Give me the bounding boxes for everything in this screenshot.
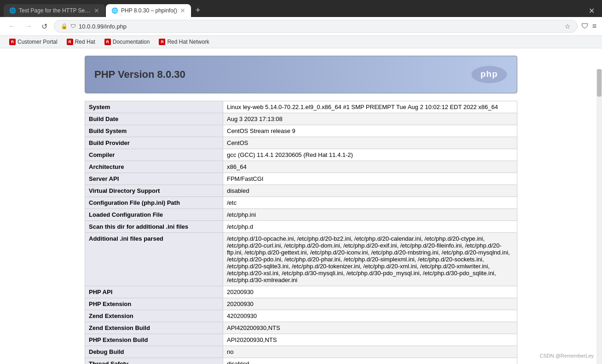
table-row: Compiler gcc (GCC) 11.4.1 20230605 (Red … (85, 149, 517, 161)
browser-tab-tab1[interactable]: 🌐 Test Page for the HTTP Serve ✕ (4, 4, 105, 17)
row-value-15: API420200930,NTS (223, 322, 517, 334)
table-row: PHP API 20200930 (85, 286, 517, 298)
row-key-13: PHP Extension (85, 298, 223, 310)
browser-icons: 🛡 ≡ (581, 22, 596, 30)
bookmarks-bar: R Customer Portal R Red Hat R Documentat… (0, 36, 602, 48)
table-row: Build Provider CentOS (85, 137, 517, 149)
table-row: Debug Build no (85, 346, 517, 358)
row-value-11: /etc/php.d/10-opcache.ini, /etc/php.d/20… (223, 233, 517, 286)
row-value-9: /etc/php.ini (223, 209, 517, 221)
table-row: Scan this dir for additional .ini files … (85, 221, 517, 233)
table-row: Thread Safety disabled (85, 358, 517, 364)
tab-favicon-tab2: 🌐 (111, 7, 118, 14)
row-value-3: CentOS (223, 137, 517, 149)
row-key-17: Debug Build (85, 346, 223, 358)
bookmark-label-bm2: Red Hat (75, 39, 95, 45)
php-version-title: PHP Version 8.0.30 (94, 69, 185, 81)
scrollbar-thumb[interactable] (597, 69, 602, 97)
tab-favicon-tab1: 🌐 (9, 7, 16, 14)
browser-tab-tab2[interactable]: 🌐 PHP 8.0.30 – phpinfo() ✕ (106, 4, 191, 17)
tab-label-tab2: PHP 8.0.30 – phpinfo() (121, 7, 177, 14)
row-key-3: Build Provider (85, 137, 223, 149)
row-value-7: disabled (223, 185, 517, 197)
row-key-7: Virtual Directory Support (85, 185, 223, 197)
tab-label-tab1: Test Page for the HTTP Serve (19, 7, 91, 14)
row-key-12: PHP API (85, 286, 223, 298)
table-row: System Linux ley-web 5.14.0-70.22.1.el9_… (85, 101, 517, 113)
row-value-4: gcc (GCC) 11.4.1 20230605 (Red Hat 11.4.… (223, 149, 517, 161)
bookmark-bm2[interactable]: R Red Hat (63, 37, 99, 46)
bookmark-bm1[interactable]: R Customer Portal (6, 37, 61, 46)
row-key-0: System (85, 101, 223, 113)
table-row: Build System CentOS Stream release 9 (85, 125, 517, 137)
url-bar[interactable]: 🔒 🛡 10.0.0.99/info.php ☆ (54, 20, 578, 33)
bookmark-label-bm3: Documentation (113, 39, 150, 45)
shield-icon: 🛡 (70, 23, 76, 29)
back-button[interactable]: ← (6, 20, 18, 32)
table-row: Server API FPM/FastCGI (85, 173, 517, 185)
row-value-13: 20200930 (223, 298, 517, 310)
row-value-8: /etc (223, 197, 517, 209)
row-key-10: Scan this dir for additional .ini files (85, 221, 223, 233)
row-key-14: Zend Extension (85, 310, 223, 322)
bookmark-favicon-bm1: R (9, 39, 16, 45)
bookmark-favicon-bm2: R (67, 39, 73, 45)
address-bar: ← → ↺ 🔒 🛡 10.0.0.99/info.php ☆ 🛡 ≡ (0, 17, 602, 36)
bookmark-bm4[interactable]: R Red Hat Network (155, 37, 213, 46)
row-value-18: disabled (223, 358, 517, 364)
row-key-4: Compiler (85, 149, 223, 161)
row-key-8: Configuration File (php.ini) Path (85, 197, 223, 209)
reload-button[interactable]: ↺ (39, 20, 50, 33)
extension-icon[interactable]: 🛡 (581, 22, 589, 30)
tab-close-tab1[interactable]: ✕ (94, 7, 99, 14)
bookmark-favicon-bm4: R (159, 39, 165, 45)
table-row: Architecture x86_64 (85, 161, 517, 173)
row-value-10: /etc/php.d (223, 221, 517, 233)
row-key-11: Additional .ini files parsed (85, 233, 223, 286)
row-value-17: no (223, 346, 517, 358)
new-tab-button[interactable]: + (192, 4, 204, 17)
table-row: Additional .ini files parsed /etc/php.d/… (85, 233, 517, 286)
php-logo: php (471, 64, 508, 86)
php-header: PHP Version 8.0.30 php (85, 56, 517, 93)
scrollbar[interactable] (596, 69, 602, 364)
tab-bar: 🌐 Test Page for the HTTP Serve ✕ 🌐 PHP 8… (4, 4, 598, 17)
row-value-1: Aug 3 2023 17:13:08 (223, 113, 517, 125)
row-value-5: x86_64 (223, 161, 517, 173)
bookmark-star-icon[interactable]: ☆ (565, 23, 571, 30)
phpinfo-table: System Linux ley-web 5.14.0-70.22.1.el9_… (85, 101, 517, 364)
row-key-18: Thread Safety (85, 358, 223, 364)
table-row: PHP Extension 20200930 (85, 298, 517, 310)
row-value-0: Linux ley-web 5.14.0-70.22.1.el9_0.x86_6… (223, 101, 517, 113)
row-value-6: FPM/FastCGI (223, 173, 517, 185)
row-value-12: 20200930 (223, 286, 517, 298)
table-row: PHP Extension Build API20200930,NTS (85, 334, 517, 346)
bookmark-label-bm1: Customer Portal (17, 39, 58, 45)
svg-text:php: php (480, 69, 498, 79)
page-content: PHP Version 8.0.30 php System Linux ley-… (0, 48, 602, 364)
table-row: Virtual Directory Support disabled (85, 185, 517, 197)
table-row: Configuration File (php.ini) Path /etc (85, 197, 517, 209)
table-row: Loaded Configuration File /etc/php.ini (85, 209, 517, 221)
row-key-1: Build Date (85, 113, 223, 125)
row-key-5: Architecture (85, 161, 223, 173)
bookmark-bm3[interactable]: R Documentation (101, 37, 154, 46)
row-key-16: PHP Extension Build (85, 334, 223, 346)
close-window-button[interactable]: ✕ (585, 5, 598, 17)
row-value-14: 420200930 (223, 310, 517, 322)
tab-close-tab2[interactable]: ✕ (180, 7, 185, 14)
row-key-15: Zend Extension Build (85, 322, 223, 334)
table-row: Build Date Aug 3 2023 17:13:08 (85, 113, 517, 125)
bookmark-label-bm4: Red Hat Network (167, 39, 209, 45)
row-value-2: CentOS Stream release 9 (223, 125, 517, 137)
row-key-6: Server API (85, 173, 223, 185)
security-icon: 🔒 (61, 23, 68, 29)
phpinfo-wrapper: PHP Version 8.0.30 php System Linux ley-… (85, 56, 517, 364)
menu-icon[interactable]: ≡ (592, 22, 596, 30)
csdn-watermark: CSDN @RememberLey (539, 353, 594, 358)
forward-button[interactable]: → (22, 20, 35, 32)
row-key-2: Build System (85, 125, 223, 137)
table-row: Zend Extension Build API420200930,NTS (85, 322, 517, 334)
browser-chrome: 🌐 Test Page for the HTTP Serve ✕ 🌐 PHP 8… (0, 0, 602, 17)
table-row: Zend Extension 420200930 (85, 310, 517, 322)
